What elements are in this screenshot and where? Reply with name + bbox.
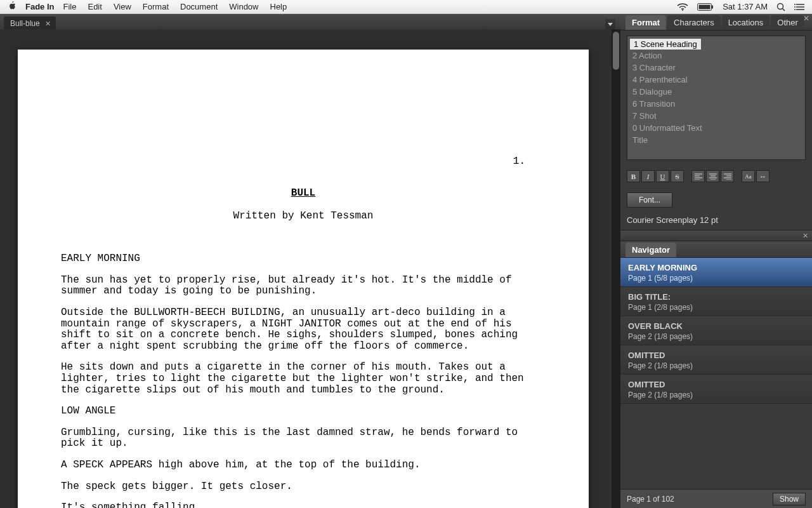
element-dialogue[interactable]: 5 Dialogue bbox=[627, 86, 805, 98]
action-paragraph: It's something falling. bbox=[61, 502, 546, 508]
element-action[interactable]: 2 Action bbox=[627, 50, 805, 62]
svg-point-11 bbox=[794, 9, 796, 10]
font-button[interactable]: Font... bbox=[627, 192, 672, 208]
expand-button[interactable]: ↔ bbox=[756, 170, 769, 182]
right-panel-tabs: Format Characters Locations Other bbox=[620, 14, 812, 30]
menubar-clock[interactable]: Sat 1:37 AM bbox=[723, 2, 768, 11]
navigator-item[interactable]: OMITTED Page 2 (1/8 pages) bbox=[620, 375, 812, 404]
close-icon[interactable]: ✕ bbox=[802, 232, 808, 240]
element-transition[interactable]: 6 Transition bbox=[627, 98, 805, 110]
navigator-list: EARLY MORNING Page 1 (5/8 pages) BIG TIT… bbox=[620, 258, 812, 489]
document-tabbar: Bull-blue ✕ bbox=[0, 14, 620, 29]
menu-edit[interactable]: Edit bbox=[88, 2, 102, 11]
navigator-footer: Page 1 of 102 Show bbox=[620, 489, 812, 508]
element-parenthetical[interactable]: 4 Parenthetical bbox=[627, 74, 805, 86]
show-button[interactable]: Show bbox=[773, 493, 806, 505]
menu-list-icon[interactable] bbox=[794, 3, 804, 11]
tab-other[interactable]: Other bbox=[771, 15, 804, 30]
italic-button[interactable]: I bbox=[641, 170, 655, 182]
menu-window[interactable]: Window bbox=[229, 2, 258, 11]
scrollbar-handle[interactable] bbox=[613, 32, 619, 70]
navigator-item[interactable]: OMITTED Page 2 (1/8 pages) bbox=[620, 345, 812, 375]
script-author: Written by Kent Tessman bbox=[61, 211, 546, 222]
action-paragraph: Grumbling, cursing, like this is the las… bbox=[61, 427, 546, 450]
close-icon[interactable]: ✕ bbox=[803, 14, 809, 23]
menu-format[interactable]: Format bbox=[143, 2, 169, 11]
app-name[interactable]: Fade In bbox=[25, 2, 55, 11]
navigator-tabs: Navigator bbox=[620, 241, 812, 258]
svg-point-10 bbox=[794, 6, 796, 8]
strike-button[interactable]: S bbox=[671, 170, 684, 182]
action-paragraph: The sun has yet to properly rise, but al… bbox=[61, 275, 546, 297]
menu-help[interactable]: Help bbox=[270, 2, 287, 11]
element-shot[interactable]: 7 Shot bbox=[627, 110, 805, 122]
navigator-item-sub: Page 1 (5/8 pages) bbox=[628, 274, 804, 283]
menu-file[interactable]: File bbox=[63, 2, 77, 11]
navigator-item-heading: BIG TITLE: bbox=[628, 292, 804, 302]
element-list: 1 Scene Heading 2 Action 3 Character 4 P… bbox=[627, 36, 806, 160]
tab-dropdown[interactable] bbox=[605, 19, 615, 29]
case-button[interactable]: Aa bbox=[742, 170, 755, 182]
svg-point-4 bbox=[778, 3, 783, 9]
navigator-item-heading: OMITTED bbox=[628, 380, 804, 389]
font-status: Courier Screenplay 12 pt bbox=[627, 215, 806, 225]
document-tab[interactable]: Bull-blue ✕ bbox=[4, 17, 56, 29]
battery-icon[interactable] bbox=[697, 3, 714, 11]
page-number: 1. bbox=[513, 156, 525, 168]
navigator-item-heading: OVER BLACK bbox=[628, 321, 804, 331]
script-title: BULL bbox=[61, 188, 546, 199]
svg-rect-3 bbox=[699, 4, 710, 9]
editor-area[interactable]: 1. BULL Written by Kent Tessman EARLY MO… bbox=[0, 29, 620, 508]
align-right-button[interactable] bbox=[721, 170, 734, 182]
apple-icon[interactable] bbox=[8, 1, 16, 12]
navigator-item[interactable]: EARLY MORNING Page 1 (5/8 pages) bbox=[620, 258, 812, 287]
navigator-item-sub: Page 2 (1/8 pages) bbox=[628, 391, 804, 399]
navigator-item-heading: EARLY MORNING bbox=[628, 263, 804, 272]
menu-document[interactable]: Document bbox=[180, 2, 218, 11]
tab-characters[interactable]: Characters bbox=[667, 15, 721, 30]
format-panel: 1 Scene Heading 2 Action 3 Character 4 P… bbox=[620, 30, 812, 230]
editor-scrollbar[interactable] bbox=[612, 29, 620, 508]
element-character[interactable]: 3 Character bbox=[627, 62, 805, 74]
scene-heading: EARLY MORNING bbox=[61, 253, 546, 265]
navigator-item[interactable]: OVER BLACK Page 2 (1/8 pages) bbox=[620, 316, 812, 345]
svg-point-0 bbox=[682, 10, 683, 11]
navigator-item-sub: Page 2 (1/8 pages) bbox=[628, 332, 804, 341]
svg-line-5 bbox=[783, 8, 785, 11]
wifi-icon[interactable] bbox=[677, 3, 688, 11]
menu-view[interactable]: View bbox=[114, 2, 131, 11]
action-paragraph: He sits down and puts a cigarette in the… bbox=[61, 362, 546, 396]
navigator-item-sub: Page 2 (1/8 pages) bbox=[628, 361, 804, 370]
align-left-button[interactable] bbox=[691, 170, 705, 182]
tab-navigator[interactable]: Navigator bbox=[625, 243, 676, 257]
align-center-button[interactable] bbox=[706, 170, 719, 182]
spotlight-icon[interactable] bbox=[776, 3, 785, 11]
svg-rect-2 bbox=[712, 5, 713, 8]
element-scene-heading[interactable]: 1 Scene Heading bbox=[630, 39, 701, 50]
menubar: Fade In File Edit View Format Document W… bbox=[0, 0, 812, 14]
format-toolbar: B I U S Aa ↔ bbox=[627, 170, 806, 182]
action-paragraph: Outside the BULLWORTH-BEECH BUILDING, an… bbox=[61, 307, 546, 352]
svg-point-9 bbox=[794, 4, 796, 5]
scene-heading: LOW ANGLE bbox=[61, 406, 546, 417]
element-unformatted[interactable]: 0 Unformatted Text bbox=[627, 122, 805, 134]
right-panel: ✕ Format Characters Locations Other 1 Sc… bbox=[620, 14, 812, 508]
action-paragraph: A SPECK APPEARS high above him, at the t… bbox=[61, 460, 546, 471]
navigator-item-sub: Page 1 (2/8 pages) bbox=[628, 303, 804, 312]
tab-format[interactable]: Format bbox=[625, 15, 666, 30]
panel-divider[interactable]: ✕ bbox=[620, 230, 812, 241]
document-tab-label: Bull-blue bbox=[10, 19, 40, 28]
element-title[interactable]: Title bbox=[627, 134, 805, 146]
action-paragraph: The speck gets bigger. It gets closer. bbox=[61, 481, 546, 493]
navigator-item-heading: OMITTED bbox=[628, 351, 804, 360]
tab-locations[interactable]: Locations bbox=[722, 15, 770, 30]
underline-button[interactable]: U bbox=[656, 170, 669, 182]
navigator-item[interactable]: BIG TITLE: Page 1 (2/8 pages) bbox=[620, 287, 812, 316]
script-page[interactable]: 1. BULL Written by Kent Tessman EARLY MO… bbox=[18, 50, 589, 508]
page-count: Page 1 of 102 bbox=[627, 495, 674, 504]
bold-button[interactable]: B bbox=[627, 170, 640, 182]
close-icon[interactable]: ✕ bbox=[45, 20, 51, 28]
